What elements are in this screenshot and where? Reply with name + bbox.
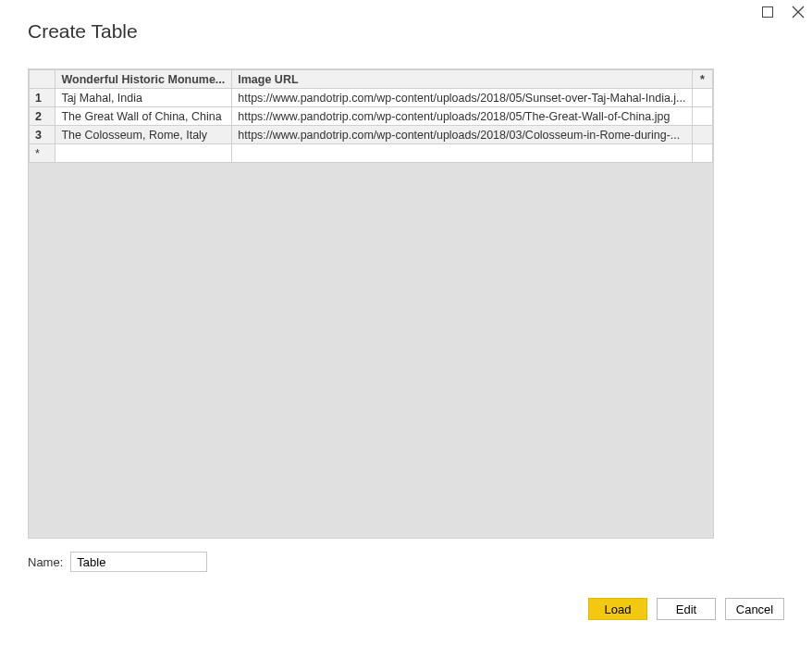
load-button[interactable]: Load [588, 598, 647, 620]
row-header-corner[interactable] [30, 70, 55, 89]
cell-empty[interactable] [692, 89, 712, 107]
table-row[interactable]: 1Taj Mahal, Indiahttps://www.pandotrip.c… [30, 89, 713, 107]
cell[interactable]: https://www.pandotrip.com/wp-content/upl… [232, 107, 692, 126]
table-row[interactable]: 2The Great Wall of China, Chinahttps://w… [30, 107, 713, 126]
cell-empty[interactable] [232, 144, 692, 163]
dialog-buttons: Load Edit Cancel [588, 598, 784, 620]
table-row[interactable]: 3 The Colosseum, Rome, Italyhttps://www.… [30, 126, 713, 144]
row-number[interactable]: 2 [30, 107, 55, 126]
window-controls [762, 6, 805, 19]
cell[interactable]: Taj Mahal, India [55, 89, 232, 107]
create-table-dialog: Create Table Wonderful Historic Monume..… [0, 0, 812, 646]
new-row-marker[interactable]: * [30, 144, 55, 163]
cell[interactable]: The Colosseum, Rome, Italy [55, 126, 232, 144]
cell[interactable]: https://www.pandotrip.com/wp-content/upl… [232, 126, 692, 144]
close-icon[interactable] [792, 6, 805, 19]
name-label: Name: [28, 555, 63, 569]
cell-empty[interactable] [692, 107, 712, 126]
maximize-icon[interactable] [762, 6, 773, 18]
column-header-2[interactable]: Image URL [232, 70, 692, 89]
data-grid[interactable]: Wonderful Historic Monume... Image URL *… [29, 69, 713, 163]
data-grid-area: Wonderful Historic Monume... Image URL *… [28, 68, 714, 539]
cell-empty[interactable] [692, 144, 712, 163]
name-row: Name: [28, 552, 207, 572]
row-number[interactable]: 1 [30, 89, 55, 107]
row-number[interactable]: 3 [30, 126, 55, 144]
cell[interactable]: https://www.pandotrip.com/wp-content/upl… [232, 89, 692, 107]
new-row[interactable]: * [30, 144, 713, 163]
cell[interactable]: The Great Wall of China, China [55, 107, 232, 126]
cell-empty[interactable] [692, 126, 712, 144]
column-header-1[interactable]: Wonderful Historic Monume... [55, 70, 232, 89]
dialog-title: Create Table [28, 20, 138, 43]
cell-empty[interactable] [55, 144, 232, 163]
name-input[interactable] [70, 552, 207, 572]
edit-button[interactable]: Edit [657, 598, 716, 620]
add-column-header[interactable]: * [692, 70, 712, 89]
header-row: Wonderful Historic Monume... Image URL * [30, 70, 713, 89]
cancel-button[interactable]: Cancel [725, 598, 784, 620]
